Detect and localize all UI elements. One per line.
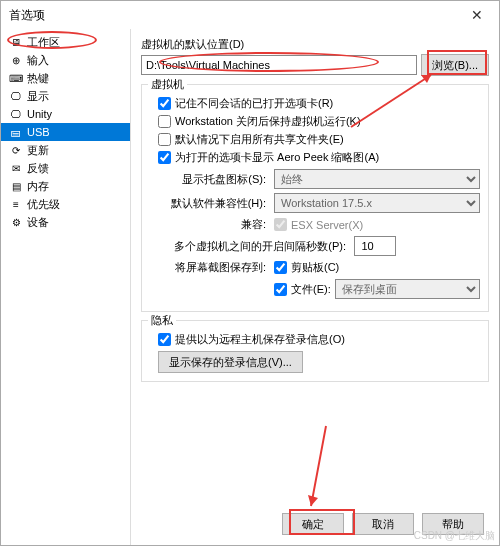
sidebar-item-priority[interactable]: ≡优先级 <box>1 195 130 213</box>
priority-icon: ≡ <box>9 197 23 211</box>
multi-vm-label: 多个虚拟机之间的开启间隔秒数(P): <box>150 239 350 254</box>
cancel-button[interactable]: 取消 <box>352 513 414 535</box>
checkbox-label: 文件(E): <box>291 282 331 297</box>
display-icon: 🖵 <box>9 89 23 103</box>
monitor-icon: 🖥 <box>9 35 23 49</box>
tray-icon-select[interactable]: 始终 <box>274 169 480 189</box>
sidebar-item-label: 设备 <box>27 215 49 230</box>
sidebar-item-display[interactable]: 🖵显示 <box>1 87 130 105</box>
checkbox-label: 提供以为远程主机保存登录信息(O) <box>175 332 345 347</box>
checkbox-label: 默认情况下启用所有共享文件夹(E) <box>175 132 344 147</box>
sidebar-item-memory[interactable]: ▤内存 <box>1 177 130 195</box>
compat2-label: 兼容: <box>150 217 270 232</box>
gear-icon: ⚙ <box>9 215 23 229</box>
tray-icon-label: 显示托盘图标(S): <box>150 172 270 187</box>
sidebar-item-label: 反馈 <box>27 161 49 176</box>
default-location-label: 虚拟机的默认位置(D) <box>141 37 489 52</box>
sidebar-item-label: USB <box>27 126 50 138</box>
browse-button[interactable]: 浏览(B)... <box>421 54 489 76</box>
window-title: 首选项 <box>9 7 45 24</box>
vm-group-title: 虚拟机 <box>148 77 187 92</box>
close-icon[interactable]: ✕ <box>463 7 491 23</box>
clipboard-checkbox[interactable]: 剪贴板(C) <box>274 260 339 275</box>
sidebar-item-label: 工作区 <box>27 35 60 50</box>
default-location-input[interactable] <box>141 55 417 75</box>
checkbox-label: 为打开的选项卡显示 Aero Peek 缩略图(A) <box>175 150 379 165</box>
sidebar-item-label: 显示 <box>27 89 49 104</box>
sidebar-item-label: 更新 <box>27 143 49 158</box>
mail-icon: ✉ <box>9 161 23 175</box>
sidebar-item-label: Unity <box>27 108 52 120</box>
checkbox-label: 记住不同会话的已打开选项卡(R) <box>175 96 333 111</box>
file-location-select[interactable]: 保存到桌面 <box>335 279 480 299</box>
refresh-icon: ⟳ <box>9 143 23 157</box>
unity-icon: 🖵 <box>9 107 23 121</box>
sidebar-item-input[interactable]: ⊕输入 <box>1 51 130 69</box>
sidebar-item-label: 输入 <box>27 53 49 68</box>
compat-label: 默认软件兼容性(H): <box>150 196 270 211</box>
checkbox-label: ESX Server(X) <box>291 219 363 231</box>
multi-vm-seconds[interactable] <box>354 236 396 256</box>
titlebar: 首选项 ✕ <box>1 1 499 29</box>
sidebar-item-usb[interactable]: 🖴USB <box>1 123 130 141</box>
main-panel: 虚拟机的默认位置(D) 浏览(B)... 虚拟机 记住不同会话的已打开选项卡(R… <box>131 29 499 545</box>
keep-running-checkbox[interactable]: Workstation 关闭后保持虚拟机运行(K) <box>158 114 480 129</box>
usb-icon: 🖴 <box>9 125 23 139</box>
sidebar-item-updates[interactable]: ⟳更新 <box>1 141 130 159</box>
sidebar: 🖥工作区 ⊕输入 ⌨热键 🖵显示 🖵Unity 🖴USB ⟳更新 ✉反馈 ▤内存… <box>1 29 131 545</box>
sidebar-item-feedback[interactable]: ✉反馈 <box>1 159 130 177</box>
save-login-checkbox[interactable]: 提供以为远程主机保存登录信息(O) <box>158 332 480 347</box>
aero-peek-checkbox[interactable]: 为打开的选项卡显示 Aero Peek 缩略图(A) <box>158 150 480 165</box>
sidebar-item-label: 优先级 <box>27 197 60 212</box>
privacy-group: 隐私 提供以为远程主机保存登录信息(O) 显示保存的登录信息(V)... <box>141 320 489 382</box>
shared-folders-checkbox[interactable]: 默认情况下启用所有共享文件夹(E) <box>158 132 480 147</box>
memory-icon: ▤ <box>9 179 23 193</box>
file-checkbox[interactable]: 文件(E): <box>274 282 331 297</box>
preferences-window: 首选项 ✕ 🖥工作区 ⊕输入 ⌨热键 🖵显示 🖵Unity 🖴USB ⟳更新 ✉… <box>0 0 500 546</box>
keyboard-icon: ⌨ <box>9 71 23 85</box>
input-icon: ⊕ <box>9 53 23 67</box>
sidebar-item-label: 内存 <box>27 179 49 194</box>
sidebar-item-label: 热键 <box>27 71 49 86</box>
sidebar-item-workspace[interactable]: 🖥工作区 <box>1 33 130 51</box>
sidebar-item-unity[interactable]: 🖵Unity <box>1 105 130 123</box>
esx-checkbox[interactable]: ESX Server(X) <box>274 218 363 231</box>
privacy-group-title: 隐私 <box>148 313 176 328</box>
sidebar-item-hotkeys[interactable]: ⌨热键 <box>1 69 130 87</box>
screenshot-label: 将屏幕截图保存到: <box>150 260 270 275</box>
ok-button[interactable]: 确定 <box>282 513 344 535</box>
vm-group: 虚拟机 记住不同会话的已打开选项卡(R) Workstation 关闭后保持虚拟… <box>141 84 489 312</box>
watermark: CSDN @七维大脑 <box>414 529 495 543</box>
checkbox-label: 剪贴板(C) <box>291 260 339 275</box>
show-saved-login-button[interactable]: 显示保存的登录信息(V)... <box>158 351 303 373</box>
compat-select[interactable]: Workstation 17.5.x <box>274 193 480 213</box>
checkbox-label: Workstation 关闭后保持虚拟机运行(K) <box>175 114 361 129</box>
remember-tabs-checkbox[interactable]: 记住不同会话的已打开选项卡(R) <box>158 96 480 111</box>
sidebar-item-devices[interactable]: ⚙设备 <box>1 213 130 231</box>
